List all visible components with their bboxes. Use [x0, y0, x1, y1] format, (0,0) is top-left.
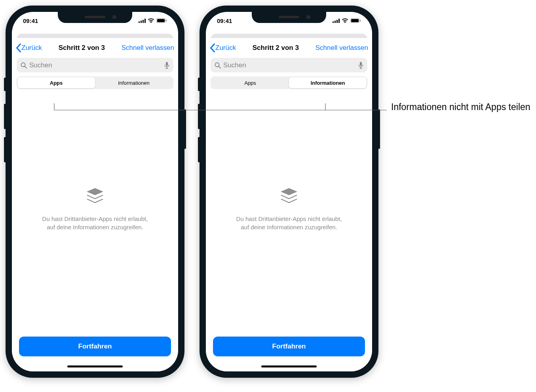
quick-exit-button[interactable]: Schnell verlassen	[316, 44, 368, 52]
back-button[interactable]: Zurück	[210, 44, 236, 52]
notch	[58, 12, 132, 23]
modal-sheet: Zurück Schritt 2 von 3 Schnell verlassen…	[206, 38, 372, 371]
cellular-icon	[139, 19, 146, 23]
wifi-icon	[342, 18, 348, 23]
screen-left: 09:41 Zurück	[12, 12, 178, 371]
chevron-left-icon	[16, 44, 21, 52]
volume-down-button	[4, 137, 6, 162]
wifi-icon	[148, 18, 154, 23]
svg-rect-6	[166, 20, 167, 22]
notch	[252, 12, 326, 23]
back-label: Zurück	[21, 44, 42, 52]
screen-right: 09:41 Zurück	[206, 12, 372, 371]
status-right	[139, 18, 167, 23]
power-button	[184, 109, 186, 149]
svg-rect-21	[360, 62, 362, 66]
phone-right: 09:41 Zurück	[200, 6, 378, 378]
volume-up-button	[198, 104, 200, 129]
phone-left: 09:41 Zurück	[6, 6, 184, 378]
svg-rect-12	[333, 21, 334, 23]
volume-up-button	[4, 104, 6, 129]
continue-button[interactable]: Fortfahren	[19, 337, 171, 356]
continue-button[interactable]: Fortfahren	[213, 337, 365, 356]
quick-exit-button[interactable]: Schnell verlassen	[122, 44, 174, 52]
empty-state: Du hast Drittanbieter-Apps nicht erlaubt…	[12, 86, 178, 331]
svg-rect-18	[360, 20, 361, 22]
power-button	[378, 109, 380, 149]
search-input[interactable]: Suchen	[211, 58, 367, 72]
svg-rect-13	[335, 21, 336, 23]
nav-bar: Zurück Schritt 2 von 3 Schnell verlassen	[12, 38, 178, 58]
search-icon	[21, 62, 27, 69]
volume-switch	[4, 78, 6, 91]
empty-text-line2: auf deine Informationen zuzugreifen.	[42, 223, 148, 231]
battery-icon	[156, 18, 167, 23]
search-placeholder: Suchen	[223, 61, 358, 69]
search-input[interactable]: Suchen	[17, 58, 173, 72]
stack-icon	[278, 186, 300, 207]
status-right	[333, 18, 361, 23]
empty-text-line1: Du hast Drittanbieter-Apps nicht erlaubt…	[42, 215, 148, 223]
home-indicator[interactable]	[261, 365, 317, 367]
svg-rect-0	[139, 21, 140, 23]
stack-icon	[84, 186, 106, 207]
status-time: 09:41	[23, 17, 38, 24]
svg-rect-9	[166, 62, 168, 66]
search-icon	[215, 62, 221, 69]
svg-line-8	[25, 66, 27, 68]
search-placeholder: Suchen	[29, 61, 164, 69]
home-indicator[interactable]	[67, 365, 123, 367]
volume-down-button	[198, 137, 200, 162]
battery-icon	[350, 18, 361, 23]
mic-icon[interactable]	[164, 62, 169, 69]
annotation-label: Informationen nicht mit Apps teilen	[391, 101, 530, 113]
empty-state: Du hast Drittanbieter-Apps nicht erlaubt…	[206, 86, 372, 331]
mic-icon[interactable]	[358, 62, 363, 69]
volume-switch	[198, 78, 200, 91]
svg-rect-3	[144, 19, 146, 23]
empty-text-line2: auf deine Informationen zuzugreifen.	[236, 223, 342, 231]
status-time: 09:41	[217, 17, 232, 24]
nav-title: Schritt 2 von 3	[59, 44, 105, 52]
nav-bar: Zurück Schritt 2 von 3 Schnell verlassen	[206, 38, 372, 58]
svg-rect-14	[336, 20, 338, 23]
svg-rect-17	[351, 19, 359, 22]
back-button[interactable]: Zurück	[16, 44, 42, 52]
empty-text-line1: Du hast Drittanbieter-Apps nicht erlaubt…	[236, 215, 342, 223]
nav-title: Schritt 2 von 3	[253, 44, 299, 52]
back-label: Zurück	[215, 44, 236, 52]
svg-rect-5	[157, 19, 165, 22]
chevron-left-icon	[210, 44, 215, 52]
cellular-icon	[333, 19, 340, 23]
svg-rect-2	[143, 20, 144, 23]
modal-sheet: Zurück Schritt 2 von 3 Schnell verlassen…	[12, 38, 178, 371]
svg-rect-1	[141, 21, 142, 23]
svg-line-20	[219, 66, 221, 68]
svg-rect-15	[338, 19, 340, 23]
